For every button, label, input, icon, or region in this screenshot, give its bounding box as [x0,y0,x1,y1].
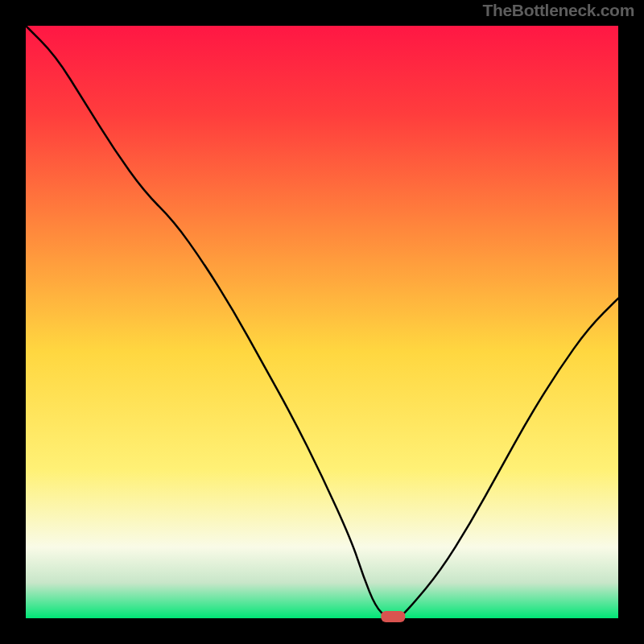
chart-container: TheBottleneck.com [0,0,644,644]
watermark-text: TheBottleneck.com [482,1,634,20]
gradient-background [26,26,618,618]
minimum-marker [381,611,405,622]
bottleneck-chart [0,0,644,644]
